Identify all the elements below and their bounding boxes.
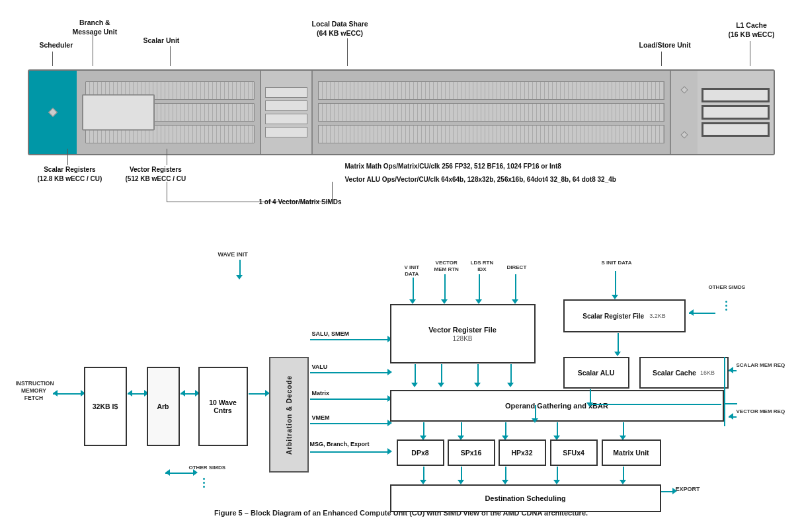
export-label: EXPORT bbox=[676, 486, 700, 492]
lds-rtn-idx-label: LDS RTNIDX bbox=[471, 260, 494, 272]
vector-mem-req-label: VECTOR MEM REQ bbox=[737, 408, 785, 415]
dest-scheduling-box: Destination Scheduling bbox=[390, 484, 661, 512]
arb-box: Arb bbox=[147, 367, 180, 446]
label-lsu: Load/Store Unit bbox=[639, 41, 691, 49]
instruction-fetch-label: INSTRUCTIONMEMORY FETCH bbox=[16, 380, 52, 402]
chip-middle-area bbox=[77, 71, 261, 154]
operand-xbar-box: Operand Gathering and xBAR bbox=[390, 390, 724, 422]
matrix-label: Matrix bbox=[312, 390, 330, 397]
dpx8-box: DPx8 bbox=[397, 439, 444, 466]
direct-label: DIRECT bbox=[507, 264, 527, 271]
sfux4-box: SFUx4 bbox=[550, 439, 598, 466]
label-scalar-unit: Scalar Unit bbox=[143, 36, 180, 44]
label-scheduler: Scheduler bbox=[40, 41, 73, 49]
block-diagram: WAVE INIT INSTRUCTIONMEMORY FETCH 32KB I… bbox=[15, 241, 788, 506]
label-simd: 1 of 4 Vector/Matrix SIMDs bbox=[259, 198, 342, 206]
label-lds: Local Data Share(64 KB wECC) bbox=[312, 20, 368, 38]
hpx32-box: HPx32 bbox=[499, 439, 546, 466]
scalar-cache-box: Scalar Cache 16KB bbox=[639, 357, 729, 389]
chip-teal-left bbox=[29, 71, 77, 154]
vmem-label: VMEM bbox=[312, 414, 330, 421]
label-matrix-ops: Matrix Math Ops/Matrix/CU/clk 256 FP32, … bbox=[345, 162, 561, 171]
chip-lsu bbox=[670, 71, 698, 154]
chip-lds bbox=[260, 71, 313, 154]
label-branch: Branch &Message Unit bbox=[73, 19, 118, 36]
matrix-unit-box: Matrix Unit bbox=[602, 439, 661, 466]
label-vector-regs: Vector Registers(512 KB wECC / CU bbox=[126, 165, 186, 184]
chip-vector-area bbox=[313, 71, 669, 154]
wave-init-label: WAVE INIT bbox=[218, 251, 248, 258]
wave-cntrs-box: 10 Wave Cntrs bbox=[198, 367, 248, 446]
scalar-alu-box: Scalar ALU bbox=[563, 357, 629, 389]
spx16-box: SPx16 bbox=[448, 439, 495, 466]
label-scalar-regs: Scalar Registers(12.8 KB wECC / CU) bbox=[38, 165, 102, 184]
label-vector-alu: Vector ALU Ops/Vector/CU/clk 64x64b, 128… bbox=[345, 175, 616, 184]
chip-body bbox=[28, 69, 775, 155]
other-simds-top-label: OTHER SIMDS bbox=[709, 284, 746, 291]
page: Scheduler Branch &Message Unit Scalar Un… bbox=[0, 0, 802, 523]
scalar-mem-req-label: SCALAR MEM REQ bbox=[737, 362, 785, 369]
vector-mem-rtn-label: VECTORMEM RTN bbox=[434, 260, 459, 272]
label-l1: L1 Cache(16 KB wECC) bbox=[729, 21, 775, 39]
v-init-data-label: V INITDATA bbox=[405, 264, 420, 277]
valu-label: VALU bbox=[312, 363, 328, 370]
top-diagram: Scheduler Branch &Message Unit Scalar Un… bbox=[15, 7, 788, 238]
chip-l1 bbox=[698, 71, 774, 154]
msg-label: MSG, Branch, Export bbox=[310, 441, 370, 449]
s-init-data-label: S INIT DATA bbox=[602, 260, 632, 266]
salu-label: SALU, SMEM bbox=[312, 330, 350, 337]
vector-reg-file-box: Vector Register File 128KB bbox=[390, 304, 536, 363]
arb-decode-box: Arbitration & Decode bbox=[269, 357, 309, 473]
scalar-reg-file-box: Scalar Register File 3.2KB bbox=[563, 299, 686, 332]
icache-box: 32KB I$ bbox=[84, 367, 127, 446]
